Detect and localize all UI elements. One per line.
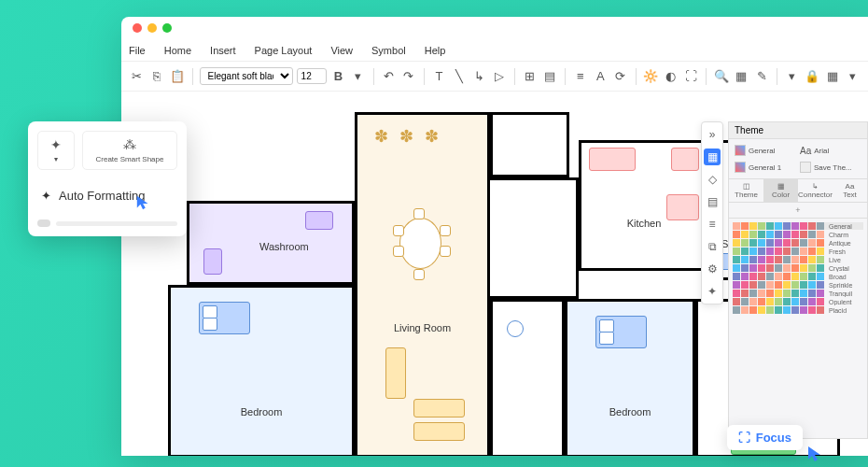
pen-icon[interactable]: ✎ — [753, 68, 770, 85]
palette-name: Placid — [829, 307, 863, 314]
palette-name: Antique — [829, 240, 863, 247]
counter — [589, 148, 636, 171]
hallway[interactable] — [490, 299, 565, 456]
room-label: Kitchen — [627, 218, 662, 229]
palette-row[interactable]: Opulent — [733, 298, 863, 305]
format-slider[interactable] — [37, 219, 177, 227]
expand-icon[interactable]: » — [704, 126, 721, 143]
spark-icon: ✦ — [41, 189, 51, 203]
menu-view[interactable]: View — [330, 45, 353, 56]
line-icon[interactable]: ╲ — [451, 68, 468, 85]
layers-icon[interactable]: ▤ — [541, 68, 558, 85]
lock-icon[interactable]: 🔒 — [804, 68, 820, 85]
focus-icon: ⛶ — [738, 431, 750, 445]
room-void[interactable] — [490, 112, 569, 177]
align-tool-icon[interactable]: ≡ — [704, 216, 721, 233]
theme-preset[interactable]: General — [733, 143, 796, 158]
redo-icon[interactable]: ↷ — [400, 68, 417, 85]
paste-icon[interactable]: 📋 — [169, 68, 186, 85]
room-living[interactable]: ✽ ✽ ✽ Living Room — [355, 112, 490, 456]
add-theme-button[interactable]: + — [729, 203, 867, 219]
palette-row[interactable]: General — [733, 222, 863, 230]
room-label: Bedroom — [241, 406, 283, 417]
plant-icon: ✽ — [374, 126, 388, 147]
palette-row[interactable]: Sprinkle — [733, 281, 863, 289]
create-smart-shape-button[interactable]: ⁂Create Smart Shape — [82, 131, 177, 170]
spark-button[interactable]: ✦▾ — [37, 131, 75, 170]
palette-row[interactable]: Antique — [733, 239, 863, 247]
color-palette-list: GeneralCharmAntiqueFreshLiveCrystalBroad… — [729, 219, 867, 318]
palette-row[interactable]: Charm — [733, 231, 863, 238]
theme-preset[interactable]: AaArial — [798, 143, 861, 158]
layer-tool-icon[interactable]: ▤ — [704, 193, 721, 210]
auto-format-popup: ✦▾ ⁂Create Smart Shape ✦ Auto Formatting — [28, 121, 187, 236]
menu-home[interactable]: Home — [164, 45, 191, 56]
palette-name: Opulent — [829, 299, 863, 305]
grid-icon[interactable]: ▦ — [734, 68, 750, 85]
menu-symbol[interactable]: Symbol — [371, 45, 406, 56]
more2-icon[interactable]: ▦ — [824, 68, 841, 85]
corridor[interactable] — [490, 177, 579, 299]
style-tool-icon[interactable]: ✦ — [704, 283, 721, 300]
chair — [393, 225, 404, 236]
palette-row[interactable]: Placid — [733, 306, 863, 314]
room-bedroom-2[interactable]: Bedroom — [565, 299, 695, 456]
zoom-icon[interactable]: 🔍 — [713, 68, 730, 85]
maximize-window-icon[interactable] — [162, 23, 172, 33]
menu-file[interactable]: File — [129, 45, 146, 56]
palette-row[interactable]: Crystal — [733, 264, 863, 272]
cut-icon[interactable]: ✂ — [129, 68, 146, 85]
palette-row[interactable]: Fresh — [733, 248, 863, 255]
theme-preset[interactable]: General 1 — [733, 160, 796, 175]
tab-theme[interactable]: ◫Theme — [729, 179, 763, 202]
theme-panel-title: Theme — [729, 122, 867, 139]
copy-icon[interactable]: ⎘ — [149, 68, 166, 85]
group-icon[interactable]: ⊞ — [522, 68, 539, 85]
chair — [440, 225, 451, 236]
palette-row[interactable]: Tranquil — [733, 290, 863, 297]
pointer-icon[interactable]: ▷ — [491, 68, 508, 85]
close-window-icon[interactable] — [133, 23, 142, 33]
vertical-toolbar: » ▦ ◇ ▤ ≡ ⧉ ⚙ ✦ — [701, 121, 723, 304]
room-bedroom-1[interactable]: Bedroom — [168, 285, 355, 456]
shape-tool-icon[interactable]: ◇ — [704, 171, 721, 188]
menu-help[interactable]: Help — [425, 45, 446, 56]
settings-tool-icon[interactable]: ⚙ — [704, 261, 721, 277]
focus-button[interactable]: ⛶ Focus — [727, 425, 803, 450]
palette-row[interactable]: Broad — [733, 273, 863, 280]
shadow-icon[interactable]: ◐ — [663, 68, 679, 85]
font2-icon[interactable]: A — [593, 68, 609, 85]
minimize-window-icon[interactable] — [147, 23, 157, 33]
room-washroom[interactable]: Washroom — [187, 201, 355, 285]
fridge — [671, 148, 699, 171]
color-icon[interactable]: ▾ — [350, 68, 367, 85]
connector-icon[interactable]: ↳ — [471, 68, 488, 85]
more1-icon[interactable]: ▾ — [784, 68, 801, 85]
theme-preset[interactable]: Save The... — [798, 160, 861, 175]
menu-page-layout[interactable]: Page Layout — [255, 45, 313, 56]
tab-color[interactable]: ▦Color — [763, 179, 798, 202]
room-label: Bedroom — [609, 406, 651, 417]
grid-tool-icon[interactable]: ▦ — [704, 149, 721, 165]
bold-icon[interactable]: B — [330, 68, 347, 85]
dup-tool-icon[interactable]: ⧉ — [704, 238, 721, 255]
palette-row[interactable]: Live — [733, 256, 863, 263]
font-select[interactable]: Elegant soft black — [200, 67, 293, 85]
fill-icon[interactable]: 🔆 — [643, 68, 660, 85]
crop-icon[interactable]: ⛶ — [683, 68, 700, 85]
palette-name: Tranquil — [829, 290, 863, 297]
floor-plan: ✽ ✽ ✽ Living Room Kitch — [187, 112, 747, 456]
tab-text[interactable]: AaText — [833, 179, 867, 202]
more3-icon[interactable]: ▾ — [844, 68, 861, 85]
tab-connector[interactable]: ↳Connector — [798, 179, 833, 202]
undo-icon[interactable]: ↶ — [381, 68, 398, 85]
align-icon[interactable]: ≡ — [572, 68, 589, 85]
menu-insert[interactable]: Insert — [210, 45, 236, 56]
text-icon[interactable]: T — [431, 68, 448, 85]
room-kitchen[interactable]: Kitchen — [579, 140, 709, 271]
sofa — [385, 347, 406, 399]
toolbar: ✂ ⎘ 📋 Elegant soft black B ▾ ↶ ↷ T ╲ ↳ ▷… — [121, 62, 868, 92]
font-size-input[interactable] — [297, 68, 327, 84]
rotate-icon[interactable]: ⟳ — [612, 68, 629, 85]
auto-formatting-button[interactable]: ✦ Auto Formatting — [37, 181, 177, 210]
